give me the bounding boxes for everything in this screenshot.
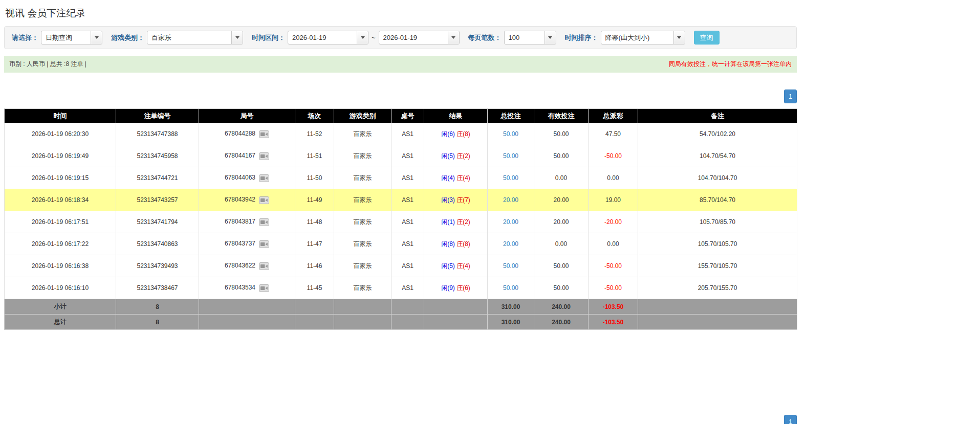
cell-total-bet[interactable]: 20.00 xyxy=(503,218,518,226)
cell-game-type: 百家乐 xyxy=(334,277,391,299)
video-icon[interactable] xyxy=(259,262,269,270)
table-row: 2026-01-19 06:17:51 523134741794 6780438… xyxy=(5,211,797,233)
cell-round: 678044288 xyxy=(199,123,295,145)
chevron-down-icon[interactable] xyxy=(231,31,243,44)
page: 视讯 会员下注纪录 请选择： 日期查询 游戏类别： 百家乐 时间区间： 2026… xyxy=(4,7,797,424)
cell-session: 11-49 xyxy=(295,189,334,211)
subtotal-valid-bet: 240.00 xyxy=(534,299,589,315)
cell-result-player: 闲(9) xyxy=(441,284,455,292)
video-icon[interactable] xyxy=(259,152,269,160)
table-row: 2026-01-19 06:19:49 523134745958 6780441… xyxy=(5,145,797,167)
cell-remark: 104.70/104.70 xyxy=(638,167,797,189)
cell-round-id: 678043942 xyxy=(225,196,255,203)
empty-cell xyxy=(424,315,488,330)
cell-result-banker: 庄(2) xyxy=(456,218,470,226)
cell-round: 678043817 xyxy=(199,211,295,233)
empty-cell xyxy=(391,315,424,330)
cell-round: 678044167 xyxy=(199,145,295,167)
summary-bar: 币别 : 人民币 | 总共 :8 注单 | 同局有效投注，统一计算在该局第一张注… xyxy=(4,56,797,73)
cell-remark: 155.70/105.70 xyxy=(638,255,797,277)
game-type-value: 百家乐 xyxy=(147,31,231,44)
date-from-select[interactable]: 2026-01-19 xyxy=(288,31,368,44)
total-total-bet: 310.00 xyxy=(488,315,534,330)
cell-total-bet[interactable]: 50.00 xyxy=(503,152,518,160)
video-icon[interactable] xyxy=(259,284,269,292)
total-label: 总计 xyxy=(5,315,116,330)
chevron-down-icon[interactable] xyxy=(448,31,459,44)
cell-game-type: 百家乐 xyxy=(334,189,391,211)
query-button[interactable]: 查询 xyxy=(694,31,720,44)
cell-remark: 105.70/105.70 xyxy=(638,233,797,255)
cell-bet-id: 523134744721 xyxy=(116,167,199,189)
cell-result: 闲(3) 庄(7) xyxy=(424,189,488,211)
cell-game-type: 百家乐 xyxy=(334,233,391,255)
video-icon[interactable] xyxy=(259,240,269,248)
cell-remark: 85.70/104.70 xyxy=(638,189,797,211)
cell-result-banker: 庄(4) xyxy=(456,262,470,270)
cell-session: 11-45 xyxy=(295,277,334,299)
subtotal-label: 小计 xyxy=(5,299,116,315)
subtotal-row: 小计 8 310.00 240.00 -103.50 xyxy=(5,299,797,315)
col-header-round-id: 局号 xyxy=(199,109,295,123)
cell-result-player: 闲(3) xyxy=(441,196,455,204)
pagination-bottom: 1 xyxy=(4,415,797,424)
cell-bet-id: 523134740863 xyxy=(116,233,199,255)
cell-bet-id: 523134745958 xyxy=(116,145,199,167)
cell-payout: -20.00 xyxy=(589,211,638,233)
page-size-select[interactable]: 100 xyxy=(504,31,556,44)
cell-game-type: 百家乐 xyxy=(334,167,391,189)
cell-total-bet[interactable]: 50.00 xyxy=(503,174,518,182)
cell-remark: 105.70/85.70 xyxy=(638,211,797,233)
cell-table-no: AS1 xyxy=(391,189,424,211)
game-type-select[interactable]: 百家乐 xyxy=(147,31,243,44)
cell-payout: -50.00 xyxy=(589,145,638,167)
empty-cell xyxy=(295,315,334,330)
cell-round-id: 678044167 xyxy=(225,152,255,159)
video-icon[interactable] xyxy=(259,130,269,138)
sort-value: 降幂(由大到小) xyxy=(601,31,673,44)
cell-game-type: 百家乐 xyxy=(334,145,391,167)
cell-result: 闲(5) 庄(2) xyxy=(424,145,488,167)
page-1-button[interactable]: 1 xyxy=(784,415,797,424)
cell-valid-bet: 50.00 xyxy=(534,255,589,277)
col-header-result: 结果 xyxy=(424,109,488,123)
cell-valid-bet: 50.00 xyxy=(534,123,589,145)
cell-session: 11-46 xyxy=(295,255,334,277)
cell-remark: 104.70/54.70 xyxy=(638,145,797,167)
cell-total-bet[interactable]: 50.00 xyxy=(503,284,518,292)
cell-round-id: 678043622 xyxy=(225,262,255,269)
cell-time: 2026-01-19 06:16:38 xyxy=(5,255,116,277)
cell-time: 2026-01-19 06:17:22 xyxy=(5,233,116,255)
chevron-down-icon[interactable] xyxy=(357,31,368,44)
sort-select[interactable]: 降幂(由大到小) xyxy=(601,31,685,44)
filter-bar: 请选择： 日期查询 游戏类别： 百家乐 时间区间： 2026-01-19 ~ 2… xyxy=(4,26,797,49)
cell-valid-bet: 50.00 xyxy=(534,145,589,167)
cell-time: 2026-01-19 06:18:34 xyxy=(5,189,116,211)
cell-total-bet[interactable]: 20.00 xyxy=(503,240,518,248)
cell-round: 678044063 xyxy=(199,167,295,189)
time-range-label: 时间区间： xyxy=(252,33,285,42)
cell-total-bet[interactable]: 50.00 xyxy=(503,130,518,138)
date-to-select[interactable]: 2026-01-19 xyxy=(379,31,460,44)
cell-total-bet[interactable]: 50.00 xyxy=(503,262,518,270)
chevron-down-icon[interactable] xyxy=(673,31,685,44)
video-icon[interactable] xyxy=(259,196,269,204)
chevron-down-icon[interactable] xyxy=(545,31,556,44)
empty-cell xyxy=(424,299,488,315)
cell-valid-bet: 0.00 xyxy=(534,233,589,255)
cell-remark: 54.70/102.20 xyxy=(638,123,797,145)
page-1-button[interactable]: 1 xyxy=(784,90,797,103)
cell-game-type: 百家乐 xyxy=(334,255,391,277)
video-icon[interactable] xyxy=(259,218,269,226)
cell-valid-bet: 50.00 xyxy=(534,277,589,299)
query-type-select[interactable]: 日期查询 xyxy=(41,31,102,44)
cell-round: 678043534 xyxy=(199,277,295,299)
empty-cell xyxy=(334,315,391,330)
currency-summary-text: 币别 : 人民币 | 总共 :8 注单 | xyxy=(9,60,86,69)
total-count: 8 xyxy=(116,315,199,330)
cell-total-bet[interactable]: 20.00 xyxy=(503,196,518,204)
cell-valid-bet: 20.00 xyxy=(534,211,589,233)
chevron-down-icon[interactable] xyxy=(91,31,102,44)
video-icon[interactable] xyxy=(259,174,269,182)
cell-time: 2026-01-19 06:16:10 xyxy=(5,277,116,299)
